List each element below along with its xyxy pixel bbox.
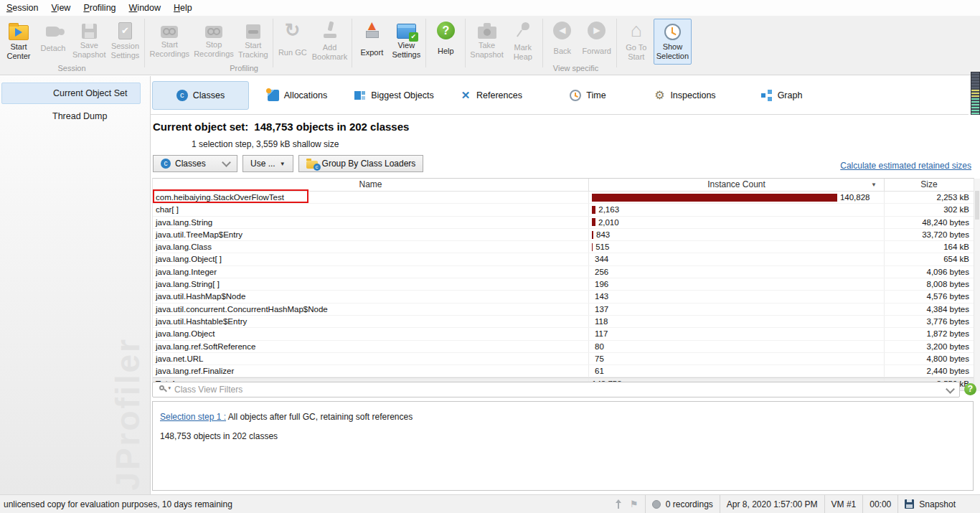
tab-allocations[interactable]: Allocations bbox=[249, 81, 346, 110]
table-row[interactable]: java.lang.Class 515 164 kB bbox=[153, 241, 974, 253]
instance-count-cell: 843 bbox=[589, 229, 885, 240]
start-center-button[interactable]: Start Center bbox=[1, 19, 36, 65]
table-row[interactable]: java.util.Hashtable$Entry 118 3,776 byte… bbox=[153, 316, 974, 328]
sidebar-item-current-object-set[interactable]: Current Object Set bbox=[1, 83, 141, 104]
class-name-cell: java.util.Hashtable$Entry bbox=[153, 316, 589, 327]
instance-count-cell: 75 bbox=[589, 353, 885, 364]
detach-button[interactable]: Detach bbox=[36, 19, 70, 65]
run-gc-button[interactable]: ↻ Run GC bbox=[275, 19, 310, 65]
table-row[interactable]: java.lang.ref.SoftReference 80 3,200 byt… bbox=[153, 341, 974, 353]
class-name-cell: java.lang.ref.SoftReference bbox=[153, 341, 589, 352]
view-settings-button[interactable]: ✔ View Settings bbox=[389, 19, 423, 65]
table-row[interactable]: char[ ] 2,163 302 kB bbox=[153, 204, 974, 216]
recordings-count[interactable]: 0 recordings bbox=[666, 499, 713, 509]
sidebar-item-thread-dump[interactable]: Thread Dump bbox=[0, 105, 150, 128]
table-row[interactable]: java.util.concurrent.ConcurrentHashMap$N… bbox=[153, 303, 974, 316]
toolbar-separator[interactable] bbox=[616, 19, 617, 67]
menu-window[interactable]: Window bbox=[123, 0, 167, 16]
tab-references[interactable]: ✕ References bbox=[443, 81, 540, 110]
table-row[interactable]: java.lang.Object[ ] 344 654 kB bbox=[153, 253, 974, 265]
menu-help[interactable]: Help bbox=[167, 0, 199, 16]
class-name-cell: com.heibaiying.StackOverFlowTest bbox=[153, 192, 589, 203]
menu-session[interactable]: Session bbox=[0, 0, 44, 16]
table-row[interactable]: java.lang.Object 117 1,872 bytes bbox=[153, 328, 974, 340]
column-header-name[interactable]: Name bbox=[153, 179, 589, 191]
table-row[interactable]: java.util.TreeMap$Entry 843 33,720 bytes bbox=[153, 229, 974, 241]
group-by-class-loaders-button[interactable]: c Group By Class Loaders bbox=[298, 155, 424, 172]
instance-count-cell: 80 bbox=[589, 341, 885, 352]
toolbar-group-label-view-specific: View specific bbox=[463, 64, 689, 72]
instance-count-cell: 515 bbox=[589, 241, 885, 253]
tab-label: Inspections bbox=[670, 90, 715, 100]
toolbar-separator[interactable] bbox=[542, 19, 543, 67]
show-selection-button[interactable]: Show Selection bbox=[654, 19, 692, 65]
size-cell: 4,096 bytes bbox=[885, 266, 974, 278]
meter-yellow-band bbox=[971, 90, 979, 98]
calculate-retained-sizes-link[interactable]: Calculate estimated retained sizes bbox=[840, 161, 971, 171]
instance-count-value: 118 bbox=[595, 316, 608, 327]
tab-inspections[interactable]: ⚙ Inspections bbox=[636, 81, 733, 110]
table-row[interactable]: java.lang.Integer 256 4,096 bytes bbox=[153, 266, 974, 278]
session-settings-button[interactable]: ✔ Session Settings bbox=[108, 19, 142, 65]
divider bbox=[645, 495, 646, 513]
go-to-start-button[interactable]: ⌂ Go To Start bbox=[619, 19, 654, 65]
pin-icon[interactable] bbox=[613, 499, 623, 509]
toolbar-separator[interactable] bbox=[352, 19, 352, 67]
help-button[interactable]: ? Help bbox=[428, 19, 463, 65]
stop-recordings-button[interactable]: Stop Recordings bbox=[192, 19, 236, 65]
save-snapshot-button[interactable]: Save Snapshot bbox=[70, 19, 108, 65]
table-row[interactable]: java.lang.String 2,010 48,240 bytes bbox=[153, 217, 974, 229]
column-header-instance-count[interactable]: Instance Count▼ bbox=[589, 179, 885, 191]
save-snapshot-icon bbox=[82, 24, 97, 39]
add-bookmark-button[interactable]: Add Bookmark bbox=[310, 19, 350, 65]
size-cell: 1,872 bytes bbox=[885, 328, 974, 339]
back-button[interactable]: ◀ Back bbox=[545, 19, 580, 65]
forward-button[interactable]: ▶ Forward bbox=[580, 19, 614, 65]
toolbar-separator[interactable] bbox=[273, 19, 273, 67]
table-row[interactable]: java.lang.ref.Finalizer 61 2,440 bytes bbox=[153, 365, 974, 377]
view-mode-dropdown[interactable]: c Classes bbox=[153, 155, 237, 172]
toolbar-button-label: Back bbox=[554, 42, 571, 60]
selection-step-summary: 1 selection step, 3,559 kB shallow size bbox=[192, 139, 339, 149]
table-row[interactable]: java.util.HashMap$Node 143 4,576 bytes bbox=[153, 291, 974, 303]
toolbar-group-label-session: Session bbox=[0, 64, 143, 72]
toolbar-button-label: Export bbox=[360, 43, 383, 62]
chevron-down-icon[interactable] bbox=[946, 385, 955, 394]
start-tracking-button[interactable]: Start Tracking bbox=[236, 19, 270, 65]
column-header-size[interactable]: Size bbox=[885, 179, 974, 191]
tab-time[interactable]: Time bbox=[540, 81, 636, 110]
table-scrollbar[interactable] bbox=[974, 179, 980, 391]
vm-number[interactable]: VM #1 bbox=[831, 499, 857, 509]
start-recordings-button[interactable]: Start Recordings bbox=[147, 19, 192, 65]
flag-icon[interactable]: ⚑ bbox=[630, 499, 639, 509]
table-row[interactable]: com.heibaiying.StackOverFlowTest 140,828… bbox=[153, 192, 974, 204]
menu-profiling[interactable]: Profiling bbox=[77, 0, 122, 16]
add-bookmark-icon bbox=[319, 19, 341, 41]
instance-count-value: 256 bbox=[595, 266, 608, 278]
toolbar-separator[interactable] bbox=[425, 19, 426, 67]
export-button[interactable]: ▲ Export bbox=[354, 19, 389, 65]
recording-status-icon bbox=[652, 500, 661, 509]
table-row[interactable]: java.lang.String[ ] 196 8,008 bytes bbox=[153, 278, 974, 291]
toolbar-separator[interactable] bbox=[465, 19, 466, 67]
class-view-filters-input[interactable] bbox=[173, 384, 947, 395]
selection-step-1-link[interactable]: Selection step 1 : bbox=[160, 412, 226, 422]
table-row[interactable]: java.net.URL 75 4,800 bytes bbox=[153, 353, 974, 365]
take-snapshot-button[interactable]: Take Snapshot bbox=[468, 19, 505, 65]
instance-count-value: 196 bbox=[595, 278, 608, 290]
use-button[interactable]: Use ... ▼ bbox=[242, 155, 293, 172]
classes-icon: c bbox=[176, 90, 188, 101]
tab-label: Classes bbox=[193, 90, 225, 100]
size-cell: 2,253 kB bbox=[885, 192, 974, 203]
menu-view[interactable]: View bbox=[44, 0, 77, 16]
tab-classes[interactable]: c Classes bbox=[152, 81, 249, 110]
toolbar-separator[interactable] bbox=[144, 19, 145, 67]
class-name-cell: java.lang.Object bbox=[153, 328, 589, 339]
tab-biggest-objects[interactable]: Biggest Objects bbox=[346, 81, 443, 110]
mark-heap-button[interactable]: Mark Heap bbox=[506, 19, 540, 65]
sort-descending-icon: ▼ bbox=[871, 179, 877, 191]
snapshot-mode-label[interactable]: Snapshot bbox=[919, 499, 956, 509]
tab-graph[interactable]: Graph bbox=[733, 81, 830, 110]
filter-help-icon[interactable]: ? bbox=[964, 383, 976, 395]
help-icon: ? bbox=[437, 22, 455, 39]
